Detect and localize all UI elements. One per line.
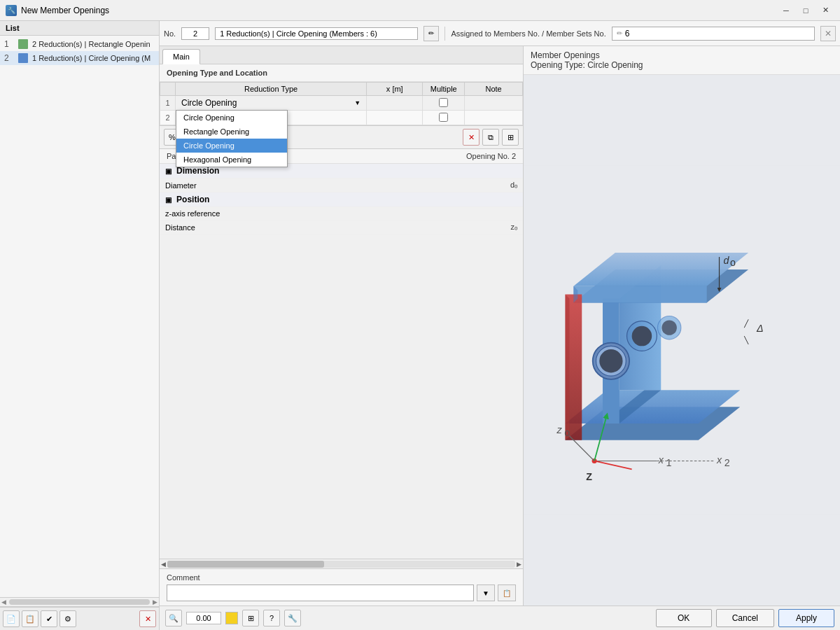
x-cell bbox=[367, 96, 423, 111]
list-item-text: 1 Reduction(s) | Circle Opening (M bbox=[32, 54, 150, 62]
list-content: 1 2 Reduction(s) | Rectangle Openin 2 1 … bbox=[0, 36, 159, 597]
list-item-text: 2 Reduction(s) | Rectangle Openin bbox=[32, 40, 150, 48]
title-bar: 🔧 New Member Openings ─ □ ✕ bbox=[0, 0, 840, 21]
param-row-diameter: Diameter d₀ bbox=[160, 178, 523, 192]
dropdown-menu: Circle Opening Rectangle Opening Circle … bbox=[176, 110, 288, 167]
list-item-color-icon bbox=[18, 39, 28, 49]
name-field[interactable]: 1 Reduction(s) | Circle Opening (Members… bbox=[215, 27, 418, 40]
row-num: 2 bbox=[160, 111, 176, 125]
scroll-track[interactable] bbox=[167, 561, 515, 568]
svg-marker-17 bbox=[565, 295, 569, 440]
col-header-multiple: Multiple bbox=[423, 83, 465, 96]
list-header: List bbox=[0, 21, 159, 36]
opening-table-container: Reduction Type x [m] Multiple Note 1 bbox=[160, 82, 523, 125]
param-group-position[interactable]: ▣ Position bbox=[160, 192, 523, 207]
help-button[interactable]: ? bbox=[263, 610, 280, 626]
ok-button[interactable]: OK bbox=[656, 609, 712, 627]
edit-name-button[interactable]: ✏ bbox=[424, 26, 439, 41]
scroll-left[interactable]: ◀ bbox=[161, 561, 166, 568]
scroll-right-arrow[interactable]: ▶ bbox=[153, 598, 158, 606]
svg-text:x: x bbox=[658, 454, 664, 465]
svg-marker-15 bbox=[573, 286, 706, 303]
dropdown-arrow-icon: ▼ bbox=[354, 99, 360, 106]
new-item-button[interactable]: 📄 bbox=[3, 610, 20, 627]
col-header-note: Note bbox=[465, 83, 523, 96]
svg-point-8 bbox=[599, 349, 622, 372]
param-value-distance: z₀ bbox=[444, 220, 523, 234]
x-cell-2 bbox=[367, 111, 423, 125]
svg-text:1: 1 bbox=[666, 457, 671, 468]
svg-text:z: z bbox=[556, 424, 563, 435]
view-3d: Member Openings Opening Type: Circle Ope… bbox=[524, 46, 840, 606]
maximize-button[interactable]: □ bbox=[797, 4, 815, 18]
search-button[interactable]: 🔍 bbox=[165, 610, 182, 626]
minimize-button[interactable]: ─ bbox=[777, 4, 795, 18]
check-button[interactable]: ✔ bbox=[41, 610, 57, 627]
bottom-section: 🔍 0.00 ⊞ ? 🔧 OK Cancel Apply bbox=[160, 606, 840, 630]
param-label-diameter: Diameter bbox=[160, 178, 444, 192]
settings-button[interactable]: ⚙ bbox=[59, 610, 76, 627]
col-header-row bbox=[160, 83, 176, 96]
dropdown-option-circle-opening-2[interactable]: Circle Opening bbox=[176, 139, 287, 153]
copy-row-button-2[interactable]: ⊞ bbox=[502, 129, 519, 146]
multiple-checkbox[interactable] bbox=[439, 98, 448, 107]
opening-table: Reduction Type x [m] Multiple Note 1 bbox=[160, 82, 523, 125]
main-layout: List 1 2 Reduction(s) | Rectangle Openin… bbox=[0, 21, 840, 630]
dropdown-value: Circle Opening bbox=[181, 98, 237, 108]
opening-section-title: Opening Type and Location bbox=[160, 64, 523, 82]
param-value-diameter: d₀ bbox=[444, 178, 523, 192]
delete-button[interactable]: ✕ bbox=[139, 610, 156, 627]
coord-display: 0.00 bbox=[186, 612, 221, 624]
col-header-reduction-type: Reduction Type bbox=[176, 83, 367, 96]
svg-text:d: d bbox=[723, 255, 729, 266]
multiple-checkbox-2[interactable] bbox=[439, 113, 448, 122]
param-label-z-axis: z-axis reference bbox=[160, 207, 444, 220]
tools-button[interactable]: 🔧 bbox=[284, 610, 301, 626]
h-scrollbar[interactable]: ◀ ▶ bbox=[160, 559, 523, 568]
collapse-icon: ▣ bbox=[165, 167, 172, 175]
dropdown-display[interactable]: Circle Opening ▼ bbox=[178, 97, 363, 108]
assigned-label: Assigned to Members No. / Member Sets No… bbox=[451, 29, 606, 38]
param-row-z-axis: z-axis reference bbox=[160, 207, 523, 220]
duplicate-button[interactable]: 📋 bbox=[22, 610, 38, 627]
table-row: 1 Circle Opening ▼ bbox=[160, 96, 523, 111]
dropdown-option-circle-opening-1[interactable]: Circle Opening bbox=[176, 111, 287, 125]
copy-row-button-1[interactable]: ⧉ bbox=[482, 129, 499, 146]
pen-icon: ✏ bbox=[617, 29, 622, 37]
comment-copy-button[interactable]: 📋 bbox=[498, 584, 516, 601]
layers-button[interactable]: ⊞ bbox=[242, 610, 259, 626]
params-opening-num: Opening No. 2 bbox=[466, 152, 516, 160]
list-h-scrollbar[interactable]: ◀ ▶ bbox=[0, 597, 159, 607]
clear-assigned-button[interactable]: ✕ bbox=[820, 26, 836, 41]
list-item[interactable]: 2 1 Reduction(s) | Circle Opening (M bbox=[0, 51, 159, 65]
divider bbox=[444, 27, 445, 41]
svg-text:2: 2 bbox=[724, 457, 730, 468]
content-area: List 1 2 Reduction(s) | Rectangle Openin… bbox=[0, 21, 840, 630]
color-selector[interactable] bbox=[225, 612, 238, 624]
svg-text:o: o bbox=[564, 427, 570, 438]
apply-button[interactable]: Apply bbox=[778, 609, 834, 627]
comment-dropdown-button[interactable]: ▼ bbox=[477, 584, 495, 601]
svg-text:Δ: Δ bbox=[756, 323, 764, 334]
dropdown-option-hexagonal-opening[interactable]: Hexagonal Opening bbox=[176, 153, 287, 167]
close-button[interactable]: ✕ bbox=[816, 4, 834, 18]
col-header-x: x [m] bbox=[367, 83, 423, 96]
comment-input[interactable] bbox=[167, 584, 474, 601]
top-bar: No. 2 1 Reduction(s) | Circle Opening (M… bbox=[160, 21, 840, 46]
delete-row-button[interactable]: ✕ bbox=[463, 129, 479, 146]
scroll-right[interactable]: ▶ bbox=[517, 561, 522, 568]
scroll-left-arrow[interactable]: ◀ bbox=[1, 598, 6, 606]
reduction-type-cell[interactable]: Circle Opening ▼ Circle Opening Rectangl… bbox=[176, 96, 367, 111]
form-area: Main Opening Type and Location R bbox=[160, 46, 524, 606]
comment-row: ▼ 📋 bbox=[167, 584, 516, 601]
mid-area: Main Opening Type and Location R bbox=[160, 46, 840, 606]
dropdown-option-rectangle-opening[interactable]: Rectangle Opening bbox=[176, 125, 287, 139]
tab-main[interactable]: Main bbox=[162, 49, 200, 64]
view-3d-canvas: d o Δ z o bbox=[524, 75, 840, 606]
multiple-cell[interactable] bbox=[423, 96, 465, 111]
multiple-cell-2[interactable] bbox=[423, 111, 465, 125]
cancel-button[interactable]: Cancel bbox=[716, 609, 774, 627]
assigned-value-text: 6 bbox=[625, 29, 630, 38]
window-controls: ─ □ ✕ bbox=[777, 4, 834, 18]
list-item[interactable]: 1 2 Reduction(s) | Rectangle Openin bbox=[0, 37, 159, 51]
